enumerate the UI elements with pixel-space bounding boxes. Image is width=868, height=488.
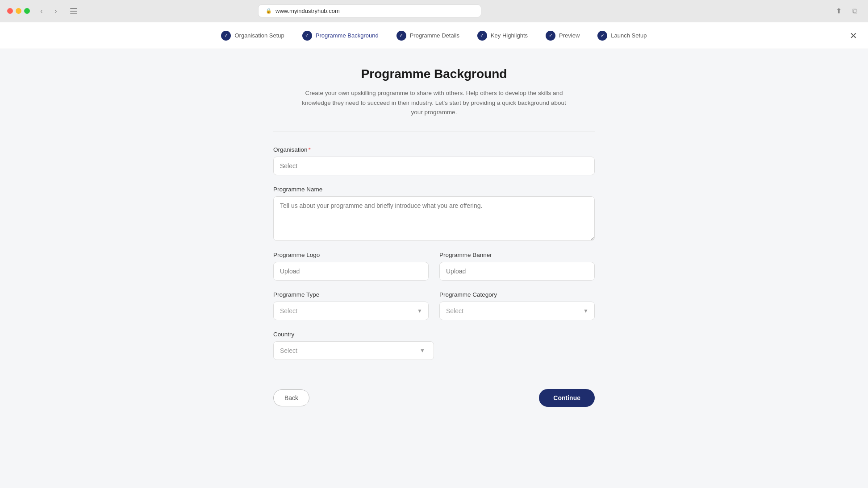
url-text: www.myindustryhub.com: [275, 8, 340, 14]
page-title: Programme Background: [273, 67, 595, 81]
programme-name-textarea[interactable]: [273, 196, 595, 241]
step-label-key-highlights: Key Highlights: [491, 32, 528, 39]
programme-banner-input[interactable]: [439, 262, 595, 281]
svg-rect-1: [70, 11, 77, 12]
continue-button[interactable]: Continue: [539, 389, 595, 407]
bottom-divider: [273, 378, 595, 378]
programme-category-group: Programme Category Select ▼: [439, 291, 595, 320]
sidebar-toggle-button[interactable]: [67, 5, 80, 17]
step-icon-preview: ✓: [546, 31, 555, 41]
step-programme-background[interactable]: ✓ Programme Background: [293, 31, 388, 41]
app: ✓ Organisation Setup ✓ Programme Backgro…: [0, 22, 868, 488]
svg-rect-0: [70, 8, 77, 9]
main-content: Programme Background Create your own ups…: [264, 49, 604, 443]
form-section: Organisation* Programme Name Programme L…: [273, 146, 595, 360]
stepper-steps: ✓ Organisation Setup ✓ Programme Backgro…: [212, 31, 655, 41]
top-divider: [273, 132, 595, 132]
nav-buttons: ‹ ›: [35, 5, 62, 17]
programme-banner-group: Programme Banner: [439, 252, 595, 281]
country-label: Country: [273, 331, 595, 338]
step-preview[interactable]: ✓ Preview: [537, 31, 588, 41]
programme-name-label: Programme Name: [273, 186, 595, 193]
form-actions: Back Continue: [273, 389, 595, 407]
back-nav-button[interactable]: ‹: [35, 5, 48, 17]
share-button[interactable]: ⬆: [832, 5, 845, 17]
step-label-organisation-setup: Organisation Setup: [234, 32, 284, 39]
svg-rect-2: [70, 13, 77, 14]
step-label-launch-setup: Launch Setup: [611, 32, 647, 39]
organisation-input[interactable]: [273, 157, 595, 175]
address-bar[interactable]: 🔒 www.myindustryhub.com: [258, 4, 481, 17]
page-subtitle: Create your own upskilling programme to …: [300, 88, 568, 117]
logo-banner-row: Programme Logo Programme Banner: [273, 252, 595, 281]
step-label-programme-details: Programme Details: [410, 32, 459, 39]
step-icon-programme-details: ✓: [396, 31, 406, 41]
step-label-programme-background: Programme Background: [316, 32, 379, 39]
lock-icon: 🔒: [266, 8, 272, 14]
step-icon-key-highlights: ✓: [477, 31, 487, 41]
traffic-light-green[interactable]: [24, 8, 30, 14]
country-group: Country Select ▼: [273, 331, 595, 360]
country-select[interactable]: Select: [273, 341, 434, 360]
programme-logo-label: Programme Logo: [273, 252, 429, 258]
step-icon-programme-background: ✓: [302, 31, 312, 41]
tabs-button[interactable]: ⧉: [848, 5, 861, 17]
programme-category-select-wrapper: Select ▼: [439, 302, 595, 320]
back-button[interactable]: Back: [273, 389, 309, 406]
step-launch-setup[interactable]: ✓ Launch Setup: [588, 31, 655, 41]
programme-type-label: Programme Type: [273, 291, 429, 298]
step-organisation-setup[interactable]: ✓ Organisation Setup: [212, 31, 293, 41]
stepper-bar: ✓ Organisation Setup ✓ Programme Backgro…: [0, 22, 868, 49]
country-select-wrapper: Select ▼: [273, 341, 595, 360]
close-button[interactable]: ✕: [850, 31, 857, 40]
browser-chrome: ‹ › 🔒 www.myindustryhub.com ⬆ ⧉: [0, 0, 868, 22]
programme-category-select[interactable]: Select: [439, 302, 595, 320]
traffic-light-red[interactable]: [7, 8, 13, 14]
organisation-label: Organisation*: [273, 146, 595, 153]
programme-logo-group: Programme Logo: [273, 252, 429, 281]
step-icon-organisation-setup: ✓: [221, 31, 231, 41]
organisation-group: Organisation*: [273, 146, 595, 175]
step-icon-launch-setup: ✓: [597, 31, 607, 41]
type-category-row: Programme Type Select ▼ Programme Catego…: [273, 291, 595, 320]
step-key-highlights[interactable]: ✓ Key Highlights: [468, 31, 537, 41]
forward-nav-button[interactable]: ›: [50, 5, 62, 17]
programme-category-label: Programme Category: [439, 291, 595, 298]
programme-type-select[interactable]: Select: [273, 302, 429, 320]
programme-type-select-wrapper: Select ▼: [273, 302, 429, 320]
step-label-preview: Preview: [559, 32, 580, 39]
programme-name-group: Programme Name: [273, 186, 595, 241]
step-programme-details[interactable]: ✓ Programme Details: [388, 31, 468, 41]
traffic-light-yellow[interactable]: [16, 8, 21, 14]
traffic-lights: [7, 8, 30, 14]
programme-logo-input[interactable]: [273, 262, 429, 281]
programme-type-group: Programme Type Select ▼: [273, 291, 429, 320]
browser-actions: ⬆ ⧉: [832, 5, 861, 17]
programme-banner-label: Programme Banner: [439, 252, 595, 258]
